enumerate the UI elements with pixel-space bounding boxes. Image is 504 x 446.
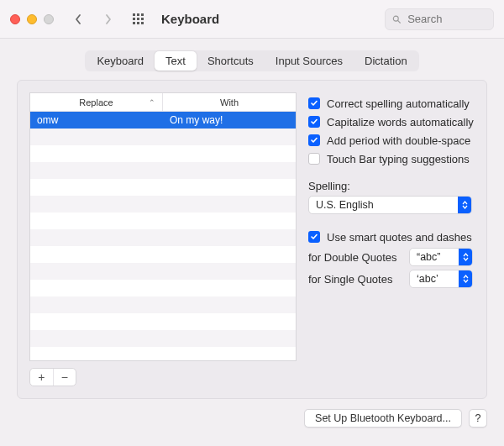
double-quotes-label: for Double Quotes <box>308 251 402 264</box>
svg-rect-6 <box>133 22 135 24</box>
bluetooth-keyboard-button[interactable]: Set Up Bluetooth Keyboard... <box>304 409 462 428</box>
svg-rect-2 <box>141 13 144 16</box>
table-row[interactable] <box>30 280 296 296</box>
window-controls <box>10 14 54 24</box>
content-panel: Replace ⌃ With omw On my way! <box>17 80 487 399</box>
search-input[interactable] <box>406 12 486 26</box>
single-quotes-label: for Single Quotes <box>308 273 402 286</box>
checkbox-icon[interactable] <box>308 153 320 165</box>
table-row[interactable] <box>30 196 296 213</box>
search-icon <box>392 14 401 24</box>
option-double-space-period[interactable]: Add period with double-space <box>308 131 475 150</box>
double-quotes-row: for Double Quotes “abc” <box>308 246 475 268</box>
option-touch-bar[interactable]: Touch Bar typing suggestions <box>308 150 475 168</box>
tab-shortcuts[interactable]: Shortcuts <box>197 51 265 71</box>
table-row[interactable] <box>30 162 296 179</box>
svg-rect-3 <box>133 18 135 20</box>
option-smart-quotes[interactable]: Use smart quotes and dashes <box>308 228 475 246</box>
table-row[interactable] <box>30 145 296 162</box>
svg-point-9 <box>393 16 398 21</box>
svg-rect-4 <box>137 18 139 20</box>
replacements-section: Replace ⌃ With omw On my way! <box>29 92 297 386</box>
option-label: Correct spelling automatically <box>327 97 470 110</box>
single-quotes-row: for Single Quotes ‘abc’ <box>308 268 475 290</box>
forward-button <box>97 9 119 29</box>
checkbox-icon[interactable] <box>308 97 320 109</box>
dropdown-stepper-icon <box>459 249 472 265</box>
table-body: omw On my way! <box>30 112 296 360</box>
dropdown-stepper-icon <box>458 197 471 213</box>
table-row[interactable] <box>30 213 296 229</box>
remove-button[interactable]: − <box>54 369 76 386</box>
column-replace[interactable]: Replace ⌃ <box>30 93 163 111</box>
table-row[interactable] <box>30 179 296 196</box>
svg-rect-8 <box>141 22 144 24</box>
table-row[interactable] <box>30 347 296 360</box>
svg-line-10 <box>398 20 401 23</box>
checkbox-icon[interactable] <box>308 134 320 146</box>
minimize-window-icon[interactable] <box>27 14 37 24</box>
bottom-bar: Set Up Bluetooth Keyboard... ? <box>0 409 504 439</box>
column-with[interactable]: With <box>163 93 296 111</box>
option-label: Add period with double-space <box>327 134 470 147</box>
checkbox-icon[interactable] <box>308 231 320 243</box>
tab-bar: Keyboard Text Shortcuts Input Sources Di… <box>0 50 504 71</box>
table-row[interactable] <box>30 246 296 263</box>
show-all-button[interactable] <box>128 9 150 29</box>
close-window-icon[interactable] <box>10 14 20 24</box>
table-row[interactable] <box>30 129 296 145</box>
cell-with[interactable]: On my way! <box>163 112 296 129</box>
tabs: Keyboard Text Shortcuts Input Sources Di… <box>85 50 418 71</box>
single-quotes-value: ‘abc’ <box>417 273 459 285</box>
table-row[interactable] <box>30 313 296 330</box>
table-row[interactable] <box>30 229 296 246</box>
table-add-remove: + − <box>29 368 76 386</box>
table-row[interactable] <box>30 296 296 313</box>
column-replace-label: Replace <box>79 97 113 108</box>
spelling-label: Spelling: <box>308 180 475 192</box>
add-button[interactable]: + <box>30 369 54 386</box>
option-label: Use smart quotes and dashes <box>327 231 472 244</box>
back-button[interactable] <box>67 9 89 29</box>
table-row[interactable] <box>30 330 296 347</box>
svg-rect-1 <box>137 13 139 16</box>
help-button[interactable]: ? <box>469 409 487 428</box>
table-header: Replace ⌃ With <box>30 93 296 112</box>
tab-dictation[interactable]: Dictation <box>354 51 418 71</box>
table-row[interactable] <box>30 263 296 280</box>
option-capitalize[interactable]: Capitalize words automatically <box>308 113 475 131</box>
double-quotes-select[interactable]: “abc” <box>409 248 473 266</box>
option-correct-spelling[interactable]: Correct spelling automatically <box>308 94 475 113</box>
tab-text[interactable]: Text <box>155 51 197 71</box>
tab-keyboard[interactable]: Keyboard <box>86 51 155 71</box>
window-title: Keyboard <box>161 12 219 26</box>
svg-rect-0 <box>133 13 135 16</box>
column-with-label: With <box>220 97 239 108</box>
options-section: Correct spelling automatically Capitaliz… <box>308 92 475 386</box>
tab-input-sources[interactable]: Input Sources <box>265 51 354 71</box>
cell-replace[interactable]: omw <box>30 112 163 129</box>
spelling-select[interactable]: U.S. English <box>308 196 472 214</box>
spelling-value: U.S. English <box>316 199 458 211</box>
sort-indicator-icon: ⌃ <box>149 98 155 107</box>
svg-rect-5 <box>141 18 144 20</box>
zoom-window-icon <box>44 14 54 24</box>
svg-rect-7 <box>137 22 139 24</box>
replacements-table[interactable]: Replace ⌃ With omw On my way! <box>29 92 297 361</box>
dropdown-stepper-icon <box>459 270 472 287</box>
checkbox-icon[interactable] <box>308 116 320 128</box>
table-row[interactable]: omw On my way! <box>30 112 296 129</box>
option-label: Capitalize words automatically <box>327 116 474 129</box>
double-quotes-value: “abc” <box>417 251 459 263</box>
search-field[interactable] <box>385 8 494 30</box>
single-quotes-select[interactable]: ‘abc’ <box>409 270 473 288</box>
option-label: Touch Bar typing suggestions <box>327 153 470 165</box>
titlebar: Keyboard <box>0 0 504 39</box>
